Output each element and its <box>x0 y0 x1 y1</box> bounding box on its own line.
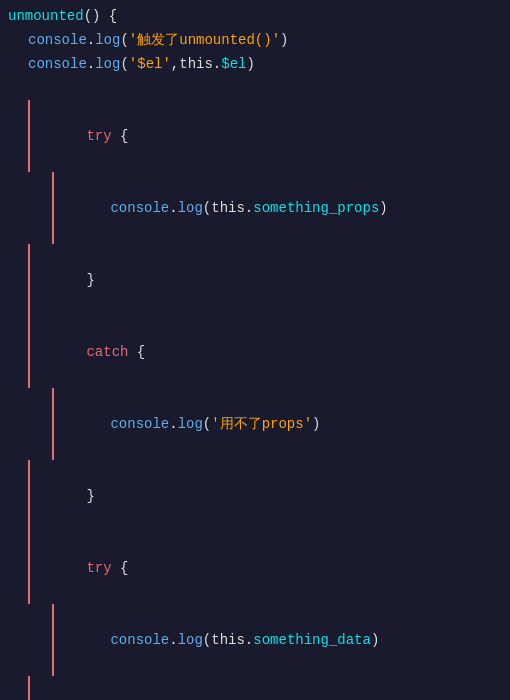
line-try-1: try { <box>0 100 510 172</box>
line-blank-1 <box>0 76 510 100</box>
code-editor: unmounted() { console.log('触发了unmounted(… <box>0 0 510 700</box>
line-7: } <box>0 460 510 532</box>
line-4: console.log(this.something_props) <box>0 172 510 244</box>
line-5: } <box>0 244 510 316</box>
line-1: unmounted() { <box>0 4 510 28</box>
line-8: console.log(this.something_data) <box>0 604 510 676</box>
line-catch-1: catch { <box>0 316 510 388</box>
line-9: } <box>0 676 510 700</box>
line-6: console.log('用不了props') <box>0 388 510 460</box>
line-3: console.log('$el',this.$el) <box>0 52 510 76</box>
line-try-2: try { <box>0 532 510 604</box>
line-2: console.log('触发了unmounted()') <box>0 28 510 52</box>
function-name: unmounted <box>8 4 84 28</box>
